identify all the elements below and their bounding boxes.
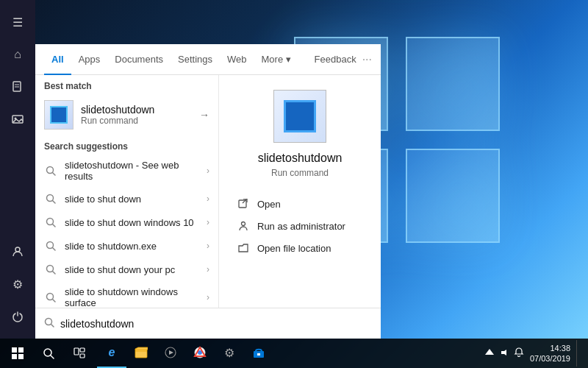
tab-all[interactable]: All [44, 44, 71, 75]
suggestion-text: slide to shut down windows 10 [65, 217, 207, 228]
svg-line-15 [53, 272, 56, 275]
sidebar: ☰ ⌂ ⚙ [0, 0, 35, 339]
tab-bar: All Apps Documents Settings Web More ▾ F… [35, 44, 381, 75]
suggestion-text: slide to shut down [65, 194, 207, 205]
tab-more[interactable]: More ▾ [254, 44, 298, 75]
sidebar-documents[interactable] [3, 72, 32, 102]
open-label: Open [257, 199, 281, 210]
sidebar-settings[interactable]: ⚙ [3, 269, 32, 299]
app-icon-inner [50, 106, 68, 124]
taskbar-left [0, 339, 97, 368]
best-match-item[interactable]: slidetoshutdown Run command → [35, 94, 218, 135]
taskbar-search-icon[interactable] [34, 339, 63, 368]
taskbar-app-explorer[interactable] [126, 339, 156, 368]
more-options-button[interactable]: ··· [362, 53, 372, 66]
best-match-icon [44, 100, 74, 130]
svg-rect-31 [74, 348, 79, 355]
right-app-icon-inner [284, 100, 316, 132]
search-input-icon [44, 317, 54, 330]
suggestion-arrow: › [207, 166, 209, 176]
context-open[interactable]: Open [234, 193, 366, 215]
search-icon [44, 192, 57, 205]
sidebar-user[interactable] [3, 237, 32, 266]
taskbar-apps: e ⚙ [97, 339, 273, 368]
clock-time: 14:38 [530, 343, 570, 353]
suggestion-item[interactable]: slide to shut down › [35, 187, 218, 210]
suggestion-item[interactable]: slide to shut down windows 10 › [35, 210, 218, 234]
suggestion-text: slide to shutdown windows surface [65, 286, 207, 308]
suggestion-item[interactable]: slide to shut down your pc › [35, 258, 218, 281]
open-location-label: Open file location [257, 243, 331, 254]
svg-point-22 [242, 222, 245, 226]
network-icon[interactable] [484, 347, 495, 360]
svg-rect-25 [12, 347, 17, 353]
taskbar-app-edge[interactable]: e [97, 339, 126, 368]
taskbar-app-settings[interactable]: ⚙ [215, 339, 244, 368]
svg-line-9 [53, 201, 56, 204]
show-desktop-button[interactable] [576, 340, 582, 367]
search-icon [44, 291, 57, 304]
tab-settings[interactable]: Settings [171, 44, 220, 75]
best-match-name: slidetoshutdown [81, 104, 154, 116]
sidebar-power[interactable] [3, 302, 32, 331]
right-app-type: Run command [271, 168, 329, 178]
taskbar: e ⚙ 14:38 07/03/2019 [0, 339, 588, 368]
run-admin-label: Run as administrator [257, 221, 345, 232]
sidebar-pictures[interactable] [3, 105, 32, 134]
svg-marker-42 [501, 351, 504, 354]
suggestion-text: slide to shutdown.exe [65, 241, 207, 252]
search-icon [44, 263, 57, 276]
taskbar-app-store[interactable] [244, 339, 273, 368]
right-panel: slidetoshutdown Run command Open Run as … [219, 75, 381, 308]
taskview-button[interactable] [65, 339, 94, 368]
suggestion-arrow: › [207, 241, 209, 251]
best-match-text: slidetoshutdown Run command [81, 104, 154, 126]
svg-line-13 [53, 248, 56, 251]
suggestion-text: slidetoshutdown - See web results [65, 160, 207, 182]
sidebar-hamburger[interactable]: ☰ [3, 7, 32, 37]
notification-icon[interactable] [514, 347, 524, 360]
volume-icon[interactable] [499, 347, 509, 360]
folder-icon [237, 241, 250, 255]
tab-web[interactable]: Web [220, 44, 254, 75]
suggestion-item[interactable]: slidetoshutdown - See web results › [35, 155, 218, 187]
win-pane-br [406, 149, 500, 243]
sidebar-bottom: ⚙ [3, 236, 32, 333]
search-input[interactable] [60, 318, 372, 330]
feedback-button[interactable]: Feedback [315, 54, 356, 65]
svg-marker-36 [169, 350, 173, 355]
context-open-location[interactable]: Open file location [234, 237, 366, 259]
best-match-label: Best match [35, 75, 218, 94]
context-run-admin[interactable]: Run as administrator [234, 215, 366, 237]
svg-line-17 [53, 300, 56, 302]
suggestion-arrow: › [207, 217, 209, 227]
taskbar-app-media[interactable] [156, 339, 185, 368]
tab-documents[interactable]: Documents [107, 44, 171, 75]
taskbar-sys-icons [484, 347, 524, 360]
tabs-right: Feedback ··· [315, 53, 372, 66]
suggestion-text: slide to shut down your pc [65, 264, 207, 275]
taskbar-app-chrome[interactable] [185, 339, 215, 368]
svg-line-24 [51, 325, 54, 328]
taskbar-clock[interactable]: 14:38 07/03/2019 [530, 343, 570, 364]
search-input-bar [35, 308, 381, 339]
clock-date: 07/03/2019 [530, 353, 570, 364]
suggestion-item[interactable]: slide to shutdown.exe › [35, 234, 218, 258]
best-match-type: Run command [81, 116, 154, 126]
right-app-icon [273, 90, 326, 143]
svg-point-5 [15, 247, 20, 252]
search-panel: All Apps Documents Settings Web More ▾ F… [35, 44, 381, 339]
sidebar-home[interactable]: ⌂ [3, 40, 32, 69]
svg-line-30 [51, 355, 54, 358]
context-menu: Open Run as administrator Open file loca… [234, 193, 366, 259]
best-match-arrow: → [199, 109, 209, 121]
search-icon [44, 164, 57, 177]
svg-rect-26 [18, 347, 24, 353]
suggestion-arrow: › [207, 292, 209, 302]
svg-rect-27 [12, 354, 17, 359]
suggestion-item[interactable]: slide to shutdown windows surface › [35, 281, 218, 308]
svg-rect-40 [257, 353, 260, 355]
taskbar-right: 14:38 07/03/2019 [478, 340, 588, 367]
start-button[interactable] [3, 339, 32, 368]
tab-apps[interactable]: Apps [71, 44, 108, 75]
